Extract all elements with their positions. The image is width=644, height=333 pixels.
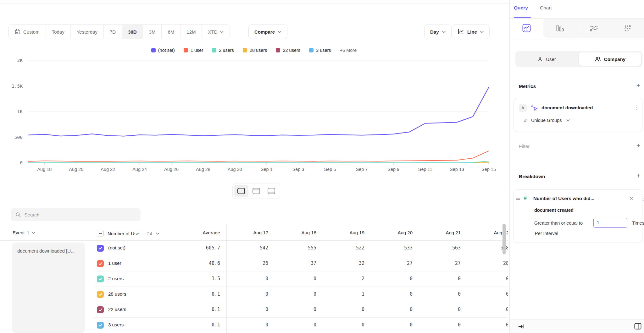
breakdown-event-name[interactable]: document created — [534, 208, 574, 213]
metrics-heading: Metrics — [519, 84, 536, 89]
metric-letter-badge: A — [519, 104, 527, 112]
row-average: 1.5 — [176, 276, 220, 281]
range-today[interactable]: Today — [46, 25, 70, 39]
range-12m[interactable]: 12M — [180, 25, 202, 39]
close-icon[interactable]: × — [630, 194, 633, 202]
interval-dropdown[interactable]: Day — [424, 25, 452, 39]
add-breakdown-button[interactable]: + — [635, 173, 642, 180]
company-users-icon — [595, 56, 601, 62]
chart-type-flow[interactable] — [577, 19, 611, 38]
svg-text:0: 0 — [20, 160, 23, 165]
legend-swatch — [276, 48, 280, 52]
layout-toggle-group — [233, 183, 280, 199]
legend-item[interactable]: 2 users — [212, 48, 234, 53]
legend-item[interactable]: (not set) — [151, 48, 175, 53]
aggregation-dropdown[interactable]: # Unique Groups — [524, 118, 570, 123]
layout-split-button[interactable] — [234, 185, 248, 197]
legend-swatch — [243, 48, 247, 52]
bar-chart-icon — [556, 24, 564, 32]
svg-text:Aug 30: Aug 30 — [228, 167, 242, 172]
legend-swatch — [184, 48, 188, 52]
svg-text:2K: 2K — [17, 58, 23, 63]
range-yesterday[interactable]: Yesterday — [70, 25, 103, 39]
range-label: Custom — [23, 29, 40, 35]
range-xtd[interactable]: XTD — [202, 25, 230, 39]
row-checkbox[interactable] — [97, 306, 104, 313]
legend-item[interactable]: 3 users — [309, 48, 331, 53]
legend-more-button[interactable]: +6 More — [340, 48, 357, 53]
split-view-icon — [237, 188, 245, 194]
tab-chart[interactable]: Chart — [540, 5, 552, 11]
range-30d-active[interactable]: 30D — [122, 25, 143, 39]
range-7d[interactable]: 7D — [103, 25, 122, 39]
series-column-header[interactable]: Number of Use... 24 — [97, 230, 159, 237]
breakdown-property-name[interactable]: Number of Users who did... — [533, 196, 594, 201]
row-label: 2 users — [108, 276, 124, 281]
tab-query[interactable]: Query — [514, 5, 528, 11]
table-row[interactable]: 28 users 0.1 0 0 1 0 0 0 — [0, 287, 508, 302]
kebab-menu-icon[interactable]: ⋮ — [634, 104, 640, 111]
row-checkbox[interactable] — [97, 322, 104, 329]
range-6m[interactable]: 6M — [161, 25, 180, 39]
row-checkbox[interactable] — [97, 291, 104, 298]
row-checkbox[interactable] — [97, 245, 104, 252]
date-column-header: Aug 18 — [275, 230, 323, 235]
chevron-down-icon — [442, 31, 446, 33]
legend-item[interactable]: 1 user — [184, 48, 203, 53]
date-column-header: Aug 17 — [226, 230, 275, 235]
table-row[interactable]: (not set) 605.7 542 555 522 533 563 538 — [0, 241, 508, 256]
event-column-header[interactable]: Event 1 — [13, 230, 35, 235]
kebab-menu-icon[interactable]: ⋮ — [640, 195, 644, 202]
search-input[interactable] — [25, 212, 136, 217]
date-column-header: Aug 21 — [419, 230, 467, 235]
legend-swatch — [151, 48, 156, 52]
top-view-icon — [253, 188, 260, 194]
event-count: 1 — [27, 230, 29, 235]
split-panel-icon[interactable] — [634, 323, 641, 330]
line-chart[interactable]: 05001K1.5K2KAug 18Aug 20Aug 22Aug 24Aug … — [0, 57, 508, 177]
breakdown-card[interactable]: # Number of Users who did... × ⋮ documen… — [514, 189, 642, 243]
row-average: 0.1 — [176, 322, 220, 328]
date-column-header: Aug 22 — [467, 230, 508, 235]
compare-button[interactable]: Compare — [248, 25, 287, 39]
filter-heading: Filter — [519, 144, 530, 149]
collapse-panel-icon[interactable] — [518, 323, 524, 330]
svg-text:Sep 11: Sep 11 — [418, 167, 432, 172]
check-icon — [98, 292, 103, 296]
metric-event-name[interactable]: document downloaded — [541, 105, 593, 110]
add-filter-button[interactable]: + — [635, 143, 642, 150]
group-type-toggle: User Company — [515, 51, 642, 67]
row-checkbox[interactable] — [97, 260, 104, 267]
toggle-company-selected[interactable]: Company — [579, 52, 641, 66]
drag-handle-icon[interactable] — [516, 198, 520, 199]
breakdown-per-interval-label[interactable]: Per Interval — [535, 231, 558, 236]
row-average: 0.1 — [176, 307, 220, 312]
table-scrollbar[interactable] — [502, 224, 506, 254]
chart-type-bar[interactable] — [543, 19, 577, 38]
toggle-user[interactable]: User — [515, 51, 578, 67]
table-row[interactable]: 2 users 1.5 0 0 2 0 0 0 — [0, 271, 508, 287]
date-column-header: Aug 19 — [323, 230, 371, 235]
range-custom[interactable]: Custom — [9, 25, 46, 39]
table-row[interactable]: 22 users 0.1 0 0 0 0 0 0 — [0, 302, 508, 318]
metric-card[interactable]: A document downloaded ⋮ # Unique Groups — [514, 98, 642, 132]
layout-table-only-button[interactable] — [264, 185, 279, 197]
table-row[interactable]: 1 user 40.6 26 37 32 27 27 28 — [0, 256, 508, 271]
layout-chart-only-button[interactable] — [249, 185, 264, 197]
svg-text:Aug 28: Aug 28 — [196, 167, 210, 172]
row-average: 40.6 — [176, 260, 220, 266]
legend-item[interactable]: 22 users — [276, 48, 300, 53]
chart-type-line-selected[interactable] — [510, 19, 543, 38]
select-all-checkbox[interactable] — [97, 230, 104, 237]
breakdown-value-input[interactable] — [593, 218, 627, 228]
legend-item[interactable]: 28 users — [243, 48, 267, 53]
add-metric-button[interactable]: + — [635, 83, 642, 90]
chart-style-dropdown[interactable]: Line — [452, 25, 490, 39]
table-row[interactable]: 3 users 0.1 0 0 0 0 0 0 — [0, 318, 508, 333]
chart-type-scatter[interactable] — [611, 19, 644, 38]
breakdown-condition-label[interactable]: Greater than or equal to — [534, 221, 583, 226]
range-3m[interactable]: 3M — [143, 25, 162, 39]
svg-text:Aug 22: Aug 22 — [101, 167, 115, 172]
row-checkbox[interactable] — [97, 276, 104, 282]
analytics-dashboard: Custom Today Yesterday 7D 30D 3M 6M 12M … — [0, 0, 644, 333]
